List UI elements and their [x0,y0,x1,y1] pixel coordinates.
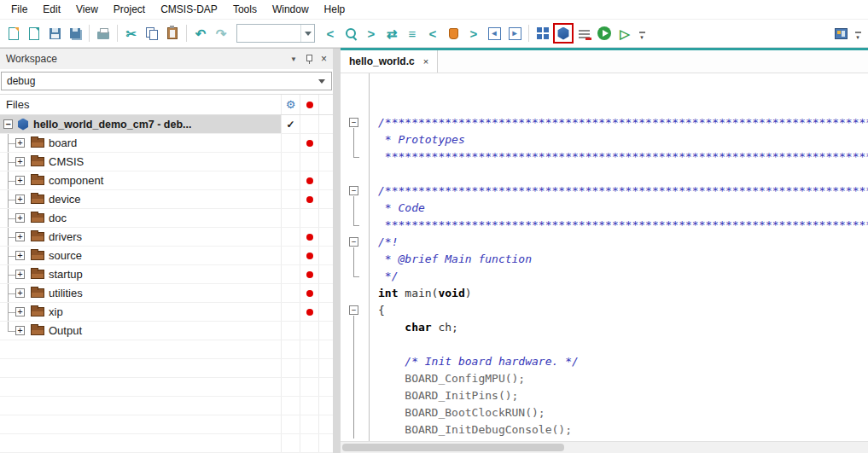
panel-splitter[interactable] [333,48,341,453]
search-combo[interactable] [236,24,315,43]
run-button[interactable]: ▷ [615,23,635,44]
expand-icon[interactable]: + [15,307,25,317]
expand-icon[interactable]: + [15,138,25,148]
tree-item-source[interactable]: +source [0,247,333,265]
cut-button[interactable]: ✂ [121,23,142,44]
fold-collapse-icon[interactable]: − [349,186,358,195]
board-config-button[interactable] [830,23,851,44]
tree-item-board[interactable]: +board [0,134,333,153]
tree-item-startup[interactable]: +startup [0,265,333,284]
toolbar-overflow-right[interactable]: ▾ [853,23,863,44]
tree-item-doc[interactable]: +doc [0,209,333,228]
find-in-files-button[interactable]: ≡ [402,23,422,44]
package-manager-button[interactable] [553,23,574,44]
menu-project[interactable]: Project [106,1,153,18]
fold-marker [341,251,370,268]
fold-marker [341,319,370,336]
expand-icon[interactable]: + [15,157,25,166]
tab-hello-world-c[interactable]: hello_world.c × [341,50,438,73]
previous-bookmark-button[interactable]: < [422,23,443,44]
menu-help[interactable]: Help [317,1,353,18]
expand-icon[interactable]: + [15,270,25,279]
debug-run-button[interactable] [594,23,615,44]
save-button[interactable] [44,23,65,44]
navigate-forward-button[interactable]: ▸ [504,23,525,44]
expand-icon[interactable]: + [15,251,25,260]
navigate-back-button[interactable]: ◂ [484,23,504,44]
files-header: Files ⚙ [0,95,333,115]
code-text [370,97,378,114]
fold-marker[interactable]: − [341,183,370,200]
code-text: ****************************************… [370,217,868,234]
tree-item-label: doc [49,212,67,224]
expand-icon[interactable]: + [15,213,25,223]
fold-marker[interactable]: − [341,114,370,131]
tree-item-utilities[interactable]: +utilities [0,284,333,303]
expand-icon[interactable]: + [15,195,25,204]
menu-tools[interactable]: Tools [225,1,265,18]
chevron-down-icon[interactable] [300,25,314,42]
close-tab-icon[interactable]: × [423,56,428,67]
build-button[interactable] [533,23,553,44]
find-previous-button[interactable]: < [320,23,341,44]
fold-collapse-icon[interactable]: − [349,237,358,247]
horizontal-scrollbar[interactable] [341,441,868,453]
scrollbar-thumb[interactable] [342,444,564,451]
menu-window[interactable]: Window [265,1,317,18]
tree-item-component[interactable]: +component [0,171,333,190]
redo-icon: ↷ [216,27,227,40]
fold-collapse-icon[interactable]: − [349,305,358,315]
tree-item-xip[interactable]: +xip [0,303,333,322]
tree-branch-line [4,228,15,246]
gear-icon[interactable]: ⚙ [286,98,296,111]
tree-item-cmsis[interactable]: +CMSIS [0,153,333,171]
config-dropdown[interactable]: debug [1,72,332,90]
build-log-button[interactable] [574,23,594,44]
modified-indicator-icon [306,177,313,184]
tree-root-item[interactable]: −hello_world_demo_cm7 - deb...✓ [0,115,333,134]
incremental-search-button[interactable]: ⇄ [382,23,402,44]
collapse-icon[interactable]: − [3,119,13,129]
menu-view[interactable]: View [68,1,106,18]
toolbar-separator [186,25,187,42]
expand-icon[interactable]: + [15,326,25,335]
toolbar-overflow-left[interactable]: ▾ [637,23,647,44]
code-editor[interactable]: −/**************************************… [341,73,868,441]
expand-icon[interactable]: + [15,176,25,185]
build-log-icon [579,28,590,39]
pin-icon[interactable] [305,54,313,65]
tree-empty-row [0,397,333,415]
workspace-menu-icon[interactable]: ▼ [290,55,297,63]
close-panel-icon[interactable]: × [321,53,327,65]
tree-item-label: component [49,174,103,187]
paste-button[interactable] [162,23,183,44]
toggle-bookmark-button[interactable] [443,23,463,44]
find-button[interactable] [341,23,361,44]
expand-icon[interactable]: + [15,232,25,241]
tree-item-output[interactable]: +Output [0,322,333,340]
fold-marker[interactable]: − [341,234,370,251]
next-bookmark-button[interactable]: > [463,23,484,44]
save-all-button[interactable] [65,23,85,44]
tree-item-label: CMSIS [49,155,84,168]
code-text: BOARD_BootClockRUN(); [370,404,545,421]
tree-empty-row [0,359,333,378]
fold-marker [341,336,370,353]
folder-icon [31,270,44,279]
find-next-button[interactable]: > [361,23,382,44]
menu-cmsis-dap[interactable]: CMSIS-DAP [153,1,225,18]
fold-collapse-icon[interactable]: − [349,118,358,127]
undo-button[interactable]: ↶ [190,23,211,44]
tree-item-device[interactable]: +device [0,190,333,209]
open-file-icon [29,27,39,40]
menu-edit[interactable]: Edit [35,1,68,18]
expand-icon[interactable]: + [15,288,25,298]
fold-marker[interactable]: − [341,302,370,319]
menu-file[interactable]: File [3,1,35,18]
new-file-button[interactable] [3,23,24,44]
tree-item-drivers[interactable]: +drivers [0,228,333,247]
open-file-button[interactable] [24,23,44,44]
redo-button[interactable]: ↷ [211,23,231,44]
print-button[interactable] [93,23,114,44]
copy-button[interactable] [142,23,162,44]
